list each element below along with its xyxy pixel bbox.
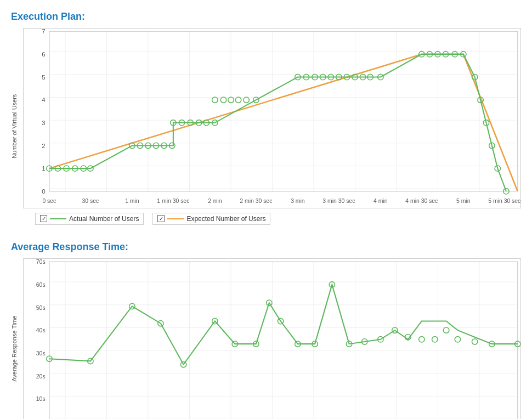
execution-plan-chart-wrapper: Number of Virtual Users (11, 28, 521, 225)
svg-text:3: 3 (42, 120, 45, 126)
execution-plan-section: Execution Plan: Number of Virtual Users (11, 11, 521, 225)
svg-text:1 min: 1 min (125, 198, 139, 204)
svg-text:1: 1 (42, 165, 45, 172)
svg-text:50s: 50s (36, 304, 46, 310)
svg-text:30 sec: 30 sec (82, 198, 99, 204)
execution-plan-legend: Actual Number of Users Expected Number o… (35, 213, 521, 225)
avg-response-chart-area: 10s 20s 30s 40s 50s 60s 70s 0 sec 30 sec… (23, 258, 521, 419)
svg-text:4 min 30 sec: 4 min 30 sec (405, 198, 438, 204)
avg-response-svg: 10s 20s 30s 40s 50s 60s 70s 0 sec 30 sec… (24, 259, 520, 419)
legend-actual-label: Actual Number of Users (69, 215, 139, 223)
svg-text:0 sec: 0 sec (42, 198, 56, 204)
svg-text:2 min 30 sec: 2 min 30 sec (240, 198, 272, 204)
svg-text:4: 4 (42, 97, 46, 103)
legend-expected-checkbox[interactable] (157, 215, 165, 222)
avg-response-svg-container: 10s 20s 30s 40s 50s 60s 70s 0 sec 30 sec… (23, 258, 521, 419)
svg-text:7: 7 (42, 29, 45, 35)
svg-text:5: 5 (42, 74, 45, 81)
execution-plan-title: Execution Plan: (11, 11, 521, 22)
svg-text:6: 6 (42, 51, 45, 58)
svg-text:2: 2 (42, 143, 45, 149)
svg-text:70s: 70s (36, 259, 46, 265)
legend-expected-label: Expected Number of Users (186, 215, 265, 223)
legend-expected-line (167, 218, 184, 219)
legend-actual[interactable]: Actual Number of Users (35, 213, 144, 225)
legend-actual-checkbox[interactable] (40, 215, 47, 222)
svg-text:2 min: 2 min (208, 198, 222, 204)
avg-response-y-axis-label: Average Response Time (11, 258, 21, 419)
svg-text:60s: 60s (36, 282, 46, 288)
svg-text:0: 0 (42, 188, 45, 195)
execution-plan-svg: 0 1 2 3 4 5 6 7 0 sec 30 sec 1 min 1 min… (24, 29, 520, 206)
svg-rect-71 (49, 262, 518, 419)
svg-text:5 min: 5 min (456, 198, 471, 204)
legend-expected[interactable]: Expected Number of Users (152, 213, 270, 225)
execution-plan-svg-container: 0 1 2 3 4 5 6 7 0 sec 30 sec 1 min 1 min… (23, 28, 521, 208)
svg-rect-1 (49, 31, 518, 191)
execution-plan-chart-area: 0 1 2 3 4 5 6 7 0 sec 30 sec 1 min 1 min… (23, 28, 521, 225)
svg-text:10s: 10s (36, 396, 46, 402)
execution-plan-y-axis-label: Number of Virtual Users (11, 28, 21, 225)
svg-text:3 min 30 sec: 3 min 30 sec (322, 198, 355, 204)
avg-response-chart-wrapper: Average Response Time (11, 258, 521, 419)
avg-response-title: Average Response Time: (11, 241, 521, 253)
svg-text:1 min 30 sec: 1 min 30 sec (157, 198, 189, 204)
avg-response-section: Average Response Time: Average Response … (11, 241, 521, 419)
svg-text:40s: 40s (36, 327, 46, 333)
svg-text:30s: 30s (36, 350, 46, 356)
svg-text:4 min: 4 min (373, 198, 388, 204)
svg-text:20s: 20s (36, 373, 46, 379)
svg-text:3 min: 3 min (291, 198, 305, 204)
legend-actual-line (50, 218, 66, 219)
svg-text:5 min 30 sec: 5 min 30 sec (488, 198, 520, 204)
